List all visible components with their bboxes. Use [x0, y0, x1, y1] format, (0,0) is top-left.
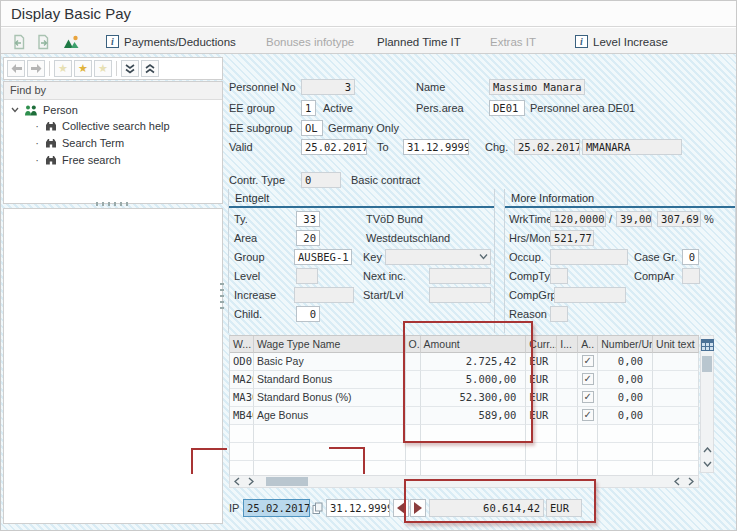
wage-table-row[interactable]: MB40 Age Bonus 589,00 EUR 0,00	[230, 407, 699, 425]
cell-amount[interactable]: 2.725,42	[421, 353, 527, 371]
reason-field[interactable]	[550, 306, 568, 322]
start-lvl-field[interactable]	[429, 287, 491, 303]
checkbox-icon[interactable]	[582, 391, 594, 403]
ee-subgroup-field[interactable]: OL	[301, 120, 323, 136]
cell-wage-type[interactable]: MA20	[230, 371, 254, 389]
checkbox-icon[interactable]	[582, 355, 594, 367]
col-header-wage-type[interactable]: W...	[230, 336, 254, 353]
wage-table-row[interactable]: MA30 Standard Bonus (%) 52.300,00 EUR 0,…	[230, 389, 699, 407]
cell-wage-type[interactable]: MB40	[230, 407, 254, 425]
cell-wage-type-name[interactable]: Standard Bonus	[254, 371, 406, 389]
payments-deductions-button[interactable]: i Payments/Deductions	[106, 33, 236, 50]
checkbox-icon[interactable]	[582, 373, 594, 385]
cell-o[interactable]	[406, 353, 421, 371]
cell-i[interactable]	[557, 389, 578, 407]
period-to-field[interactable]: 31.12.9999	[326, 499, 390, 517]
wage-table-empty-row[interactable]	[230, 443, 699, 461]
wage-table-row[interactable]: MA20 Standard Bonus 5.000,00 EUR 0,00	[230, 371, 699, 389]
nav-forward-button[interactable]	[27, 60, 45, 77]
scroll-down-icon[interactable]	[701, 458, 713, 470]
table-settings-icon[interactable]	[701, 337, 714, 355]
cell-number-unit[interactable]: 0,00	[598, 371, 653, 389]
scroll-right-icon[interactable]	[244, 476, 258, 487]
cell-wage-type-name[interactable]: Standard Bonus (%)	[254, 389, 406, 407]
scroll-left-icon[interactable]	[670, 476, 684, 487]
scroll-up-icon[interactable]	[701, 444, 713, 456]
next-record-icon[interactable]	[34, 33, 52, 50]
cell-unit-text[interactable]	[653, 389, 699, 407]
previous-period-button[interactable]	[393, 499, 409, 517]
cell-currency[interactable]: EUR	[526, 353, 557, 371]
chevron-down-icon[interactable]	[11, 107, 19, 113]
cell-indirect-valuation[interactable]	[578, 389, 598, 407]
comp-ty-field[interactable]	[550, 268, 568, 284]
cell-o[interactable]	[406, 407, 421, 425]
col-header-name[interactable]: Wage Type Name	[254, 336, 406, 353]
cell-wage-type-name[interactable]: Age Bonus	[254, 407, 406, 425]
cell-i[interactable]	[557, 407, 578, 425]
col-header-amount[interactable]: Amount	[421, 336, 527, 353]
col-header-i[interactable]: I...	[557, 336, 578, 353]
scroll-left-icon[interactable]	[230, 476, 244, 487]
hrs-mon-field[interactable]: 521,77	[550, 230, 594, 246]
cell-wage-type-name[interactable]: Basic Pay	[254, 353, 406, 371]
cell-unit-text[interactable]	[653, 371, 699, 389]
cell-indirect-valuation[interactable]	[578, 407, 598, 425]
search-tree-item[interactable]: · Search Term	[4, 134, 222, 151]
scrollbar-thumb[interactable]	[702, 356, 712, 372]
cell-wage-type[interactable]: OD01	[230, 353, 254, 371]
wage-table-row[interactable]: OD01 Basic Pay 2.725,42 EUR 0,00	[230, 353, 699, 371]
search-tree-item[interactable]: · Free search	[4, 151, 222, 168]
cell-o[interactable]	[406, 389, 421, 407]
key-dropdown[interactable]	[385, 249, 491, 265]
table-horizontal-scrollbar[interactable]	[229, 475, 699, 488]
col-header-currency[interactable]: Curr...	[526, 336, 557, 353]
cell-number-unit[interactable]: 0,00	[598, 353, 653, 371]
pers-area-field[interactable]: DE01	[489, 100, 525, 116]
scrollbar-thumb[interactable]	[266, 477, 308, 486]
name-field[interactable]: Massimo Manara	[489, 79, 585, 95]
cell-i[interactable]	[557, 371, 578, 389]
occup-field[interactable]	[550, 249, 628, 265]
col-header-a[interactable]: A..	[578, 336, 598, 353]
cell-indirect-valuation[interactable]	[578, 353, 598, 371]
total-amount-field[interactable]: 60.614,42	[429, 499, 544, 517]
planned-time-it-button[interactable]: Planned Time IT	[377, 33, 461, 50]
period-from-field[interactable]: 25.02.2017	[243, 499, 310, 517]
wrktime-field-2[interactable]: 39,00	[616, 211, 652, 227]
nav-back-button[interactable]	[7, 60, 25, 77]
chg-date-field[interactable]: 25.02.2017	[514, 139, 580, 155]
total-currency-field[interactable]: EUR	[546, 499, 582, 517]
wrktime-pct-field[interactable]: 307,69	[657, 211, 701, 227]
cell-amount[interactable]: 5.000,00	[421, 371, 527, 389]
previous-record-icon[interactable]	[9, 33, 27, 50]
overview-icon[interactable]	[62, 33, 80, 50]
tree-node-person[interactable]: Person	[4, 100, 222, 117]
add-favorite-button[interactable]: ★	[54, 60, 72, 77]
ee-group-field[interactable]: 1	[301, 100, 316, 116]
cell-indirect-valuation[interactable]	[578, 371, 598, 389]
comp-grp-field[interactable]	[554, 287, 626, 303]
table-vertical-scrollbar[interactable]	[700, 335, 714, 473]
remove-favorite-button[interactable]: ★	[94, 60, 112, 77]
wrktime-field-1[interactable]: 120,0000	[550, 211, 606, 227]
horizontal-splitter-handle[interactable]	[96, 202, 130, 206]
level-increase-button[interactable]: i Level Increase	[575, 33, 668, 50]
cell-unit-text[interactable]	[653, 407, 699, 425]
case-gr-field[interactable]: 0	[682, 249, 699, 265]
cell-amount[interactable]: 52.300,00	[421, 389, 527, 407]
col-header-number-unit[interactable]: Number/Unit	[598, 336, 653, 353]
cell-wage-type[interactable]: MA30	[230, 389, 254, 407]
next-period-button[interactable]	[410, 499, 426, 517]
copy-icon[interactable]	[312, 501, 323, 519]
checkbox-icon[interactable]	[582, 409, 594, 421]
area-field[interactable]: 20	[296, 230, 320, 246]
cell-i[interactable]	[557, 353, 578, 371]
valid-to-field[interactable]: 31.12.9999	[403, 139, 469, 155]
valid-from-field[interactable]: 25.02.2017	[301, 139, 367, 155]
collapse-all-button[interactable]	[121, 60, 139, 77]
search-tree-item[interactable]: · Collective search help	[4, 117, 222, 134]
col-header-o[interactable]: O.	[406, 336, 421, 353]
child-field[interactable]: 0	[296, 306, 320, 322]
increase-field[interactable]	[294, 287, 354, 303]
